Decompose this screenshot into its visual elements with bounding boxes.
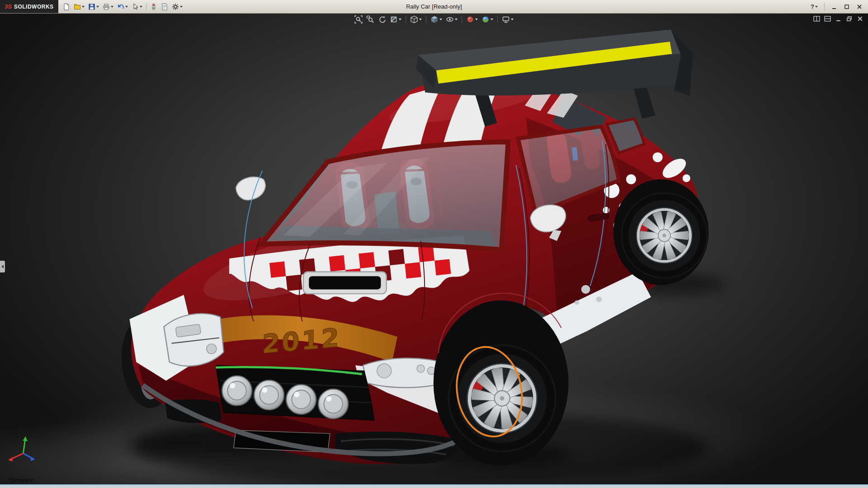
- chevron-down-icon: [125, 6, 128, 8]
- display-style-button[interactable]: [429, 15, 443, 24]
- maximize-button[interactable]: [842, 1, 852, 13]
- toolbar-separator: [406, 16, 406, 23]
- section-view-icon: [390, 15, 398, 23]
- chevron-down-icon: [439, 19, 442, 20]
- close-button[interactable]: [854, 1, 864, 13]
- window-controls: ?: [809, 1, 868, 13]
- view-orientation-cube-icon: [410, 15, 418, 23]
- undo-button[interactable]: [115, 1, 130, 13]
- chevron-left-icon: [1, 265, 4, 268]
- hide-show-items-button[interactable]: [445, 15, 458, 24]
- heads-up-view-toolbar: [354, 15, 514, 24]
- chevron-down-icon: [419, 19, 422, 20]
- view-orientation-button[interactable]: [409, 15, 423, 24]
- zoom-to-fit-icon: [354, 15, 363, 23]
- graphics-viewport[interactable]: 2012: [0, 13, 868, 485]
- chevron-down-icon: [399, 19, 401, 20]
- zoom-to-area-icon: [366, 15, 374, 23]
- new-document-icon: [63, 3, 70, 10]
- appearance-sphere-icon: [466, 15, 474, 23]
- help-icon: ?: [811, 3, 814, 10]
- window-title: Rally Car [Read-only]: [406, 3, 462, 10]
- file-properties-button[interactable]: [159, 1, 170, 13]
- rear-wheel: [621, 192, 708, 279]
- new-button[interactable]: [61, 1, 72, 13]
- previous-view-icon: [378, 15, 386, 23]
- toolbar-separator: [497, 16, 498, 23]
- display-style-cube-icon: [430, 15, 439, 23]
- panel-collapse-tab[interactable]: [0, 261, 5, 272]
- zoom-to-area-button[interactable]: [365, 15, 375, 24]
- solidworks-app: { "titlebar": { "brand_prefix": "3S", "b…: [0, 0, 868, 488]
- zoom-to-fit-button[interactable]: [354, 15, 363, 24]
- close-icon: [856, 4, 863, 10]
- open-folder-icon: [74, 3, 81, 10]
- minimize-button[interactable]: [829, 1, 839, 13]
- split-pane-horizontal-icon[interactable]: [813, 15, 820, 22]
- front-grille: [216, 365, 374, 420]
- logo-3ds-mark: 3S: [5, 3, 12, 10]
- maximize-icon: [844, 4, 850, 10]
- save-button[interactable]: [86, 1, 101, 13]
- save-floppy-icon: [88, 3, 95, 10]
- doc-minimize-icon[interactable]: [835, 15, 842, 22]
- select-cursor-icon: [132, 3, 139, 10]
- section-view-button[interactable]: [389, 15, 402, 24]
- statusbar-edge: [0, 484, 868, 488]
- toolbar-separator: [426, 16, 426, 23]
- chevron-down-icon: [491, 19, 493, 20]
- print-icon: [103, 3, 110, 10]
- titlebar: 3S SOLIDWORKS: [0, 0, 868, 14]
- previous-view-button[interactable]: [377, 15, 387, 24]
- undo-arrow-icon: [117, 3, 124, 10]
- chevron-down-icon: [475, 19, 478, 20]
- apply-scene-button[interactable]: [481, 15, 494, 24]
- chevron-down-icon: [180, 6, 183, 8]
- chevron-down-icon: [111, 6, 113, 8]
- view-orientation-label: *Dimetric: [8, 477, 34, 484]
- select-button[interactable]: [130, 1, 144, 13]
- toolbar-separator: [824, 3, 825, 11]
- view-settings-button[interactable]: [501, 15, 514, 24]
- chevron-down-icon: [455, 19, 458, 20]
- edit-appearance-button[interactable]: [465, 15, 479, 24]
- options-button[interactable]: [170, 1, 184, 13]
- chevron-down-icon: [815, 6, 818, 8]
- eye-icon: [446, 15, 454, 23]
- doc-restore-icon[interactable]: [846, 15, 853, 22]
- chevron-down-icon: [140, 6, 142, 8]
- file-properties-icon: [161, 3, 168, 10]
- doc-close-icon[interactable]: [857, 15, 863, 22]
- rebuild-button[interactable]: [148, 1, 159, 13]
- document-window-controls: [813, 15, 863, 22]
- chevron-down-icon: [511, 19, 514, 20]
- help-button[interactable]: ?: [809, 1, 820, 13]
- chevron-down-icon: [82, 6, 85, 8]
- print-button[interactable]: [101, 1, 115, 13]
- windshield: [261, 142, 508, 250]
- rebuild-stoplight-icon: [150, 3, 157, 10]
- options-gear-icon: [172, 3, 179, 10]
- view-settings-monitor-icon: [502, 15, 510, 23]
- viewport-3d-scene[interactable]: 2012: [0, 13, 868, 485]
- open-button[interactable]: [72, 1, 86, 13]
- solidworks-logo: 3S SOLIDWORKS: [0, 0, 58, 13]
- brand-text: SOLIDWORKS: [14, 4, 54, 10]
- chevron-down-icon: [96, 6, 99, 8]
- toolbar-separator: [462, 16, 462, 23]
- toolbar-separator: [146, 3, 146, 11]
- split-pane-vertical-icon[interactable]: [824, 15, 831, 22]
- scene-sphere-icon: [481, 15, 490, 23]
- minimize-icon: [831, 4, 837, 10]
